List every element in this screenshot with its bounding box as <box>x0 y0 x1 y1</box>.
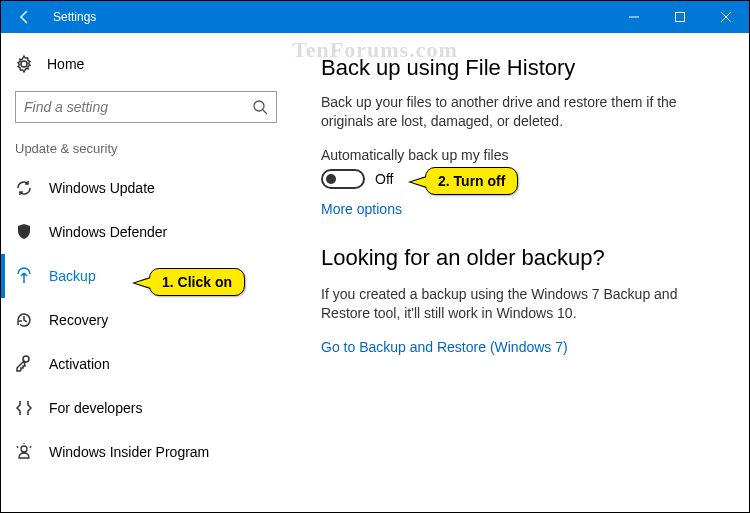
toggle-label: Automatically back up my files <box>321 147 719 163</box>
sidebar-item-label: For developers <box>49 400 142 416</box>
sync-icon <box>15 179 33 197</box>
insider-icon <box>15 443 33 461</box>
annotation-callout-2: 2. Turn off <box>425 167 518 195</box>
sidebar-item-label: Activation <box>49 356 110 372</box>
sidebar-item-label: Backup <box>49 268 96 284</box>
close-icon <box>721 12 731 22</box>
nav-group-title: Update & security <box>1 141 291 166</box>
search-box[interactable] <box>15 91 277 123</box>
main-pane: Back up using File History Back up your … <box>291 33 749 512</box>
svg-point-4 <box>254 101 264 111</box>
older-backup-description: If you created a backup using the Window… <box>321 285 719 323</box>
maximize-icon <box>675 12 685 22</box>
search-input[interactable] <box>24 99 252 115</box>
page-description: Back up your files to another drive and … <box>321 93 719 131</box>
backup-restore-link[interactable]: Go to Backup and Restore (Windows 7) <box>321 339 719 355</box>
sidebar-item-recovery[interactable]: Recovery <box>1 298 291 342</box>
sidebar-item-label: Windows Defender <box>49 224 167 240</box>
window-controls <box>611 1 749 33</box>
sidebar: Home Update & security Windows Update Wi… <box>1 33 291 512</box>
shield-icon <box>15 223 33 241</box>
arrow-left-icon <box>17 9 33 25</box>
gear-icon <box>15 55 33 73</box>
close-button[interactable] <box>703 1 749 33</box>
section-title-older-backup: Looking for an older backup? <box>321 245 719 271</box>
search-icon <box>252 99 268 115</box>
maximize-button[interactable] <box>657 1 703 33</box>
sidebar-item-backup[interactable]: Backup <box>1 254 291 298</box>
home-button[interactable]: Home <box>1 51 291 83</box>
sidebar-item-windows-update[interactable]: Windows Update <box>1 166 291 210</box>
toggle-state: Off <box>375 171 393 187</box>
content: Home Update & security Windows Update Wi… <box>1 33 749 512</box>
minimize-button[interactable] <box>611 1 657 33</box>
history-icon <box>15 311 33 329</box>
page-title: Back up using File History <box>321 55 719 81</box>
back-button[interactable] <box>1 1 49 33</box>
more-options-link[interactable]: More options <box>321 201 719 217</box>
tools-icon <box>15 399 33 417</box>
sidebar-item-for-developers[interactable]: For developers <box>1 386 291 430</box>
backup-icon <box>15 267 33 285</box>
svg-line-5 <box>263 110 267 114</box>
svg-rect-1 <box>676 13 685 22</box>
sidebar-item-label: Windows Insider Program <box>49 444 209 460</box>
toggle-row: Off <box>321 169 719 189</box>
sidebar-item-label: Windows Update <box>49 180 155 196</box>
sidebar-item-activation[interactable]: Activation <box>1 342 291 386</box>
sidebar-item-windows-defender[interactable]: Windows Defender <box>1 210 291 254</box>
annotation-callout-1: 1. Click on <box>149 268 245 296</box>
home-label: Home <box>47 56 84 72</box>
sidebar-item-label: Recovery <box>49 312 108 328</box>
window-title: Settings <box>53 10 611 24</box>
toggle-knob <box>326 174 336 184</box>
auto-backup-toggle[interactable] <box>321 169 365 189</box>
key-icon <box>15 355 33 373</box>
sidebar-item-windows-insider[interactable]: Windows Insider Program <box>1 430 291 474</box>
titlebar: Settings <box>1 1 749 33</box>
minimize-icon <box>629 12 639 22</box>
